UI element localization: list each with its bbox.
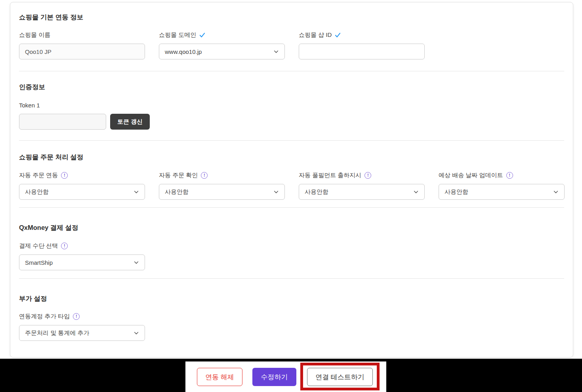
info-icon[interactable] <box>73 313 80 320</box>
section-extra-settings: 부가 설정 연동계정 추가 타입 주문처리 및 통계에 추가 <box>19 279 564 353</box>
field-auto-fulfillment: 자동 풀필먼트 출하지시 사용안함 <box>299 171 425 200</box>
auto-fulfillment-label: 자동 풀필먼트 출하지시 <box>299 172 361 179</box>
delivery-date-update-select[interactable]: 사용안함 <box>439 184 565 200</box>
chevron-down-icon <box>273 189 279 195</box>
info-icon[interactable] <box>364 172 371 179</box>
section-title-order: 쇼핑몰 주문 처리 설정 <box>19 153 564 162</box>
shop-name-label: 쇼핑몰 이름 <box>19 31 50 39</box>
field-auto-order-sync: 자동 주문 연동 사용안함 <box>19 171 145 200</box>
chevron-down-icon <box>134 260 139 265</box>
chevron-down-icon <box>134 189 139 195</box>
account-add-type-value: 주문처리 및 통계에 추가 <box>25 329 90 337</box>
section-auth-info: 인증정보 Token 1 토큰 갱신 <box>19 71 564 141</box>
info-icon[interactable] <box>61 172 68 179</box>
field-account-add-type: 연동계정 추가 타입 주문처리 및 통계에 추가 <box>19 312 564 341</box>
section-title-auth: 인증정보 <box>19 83 564 92</box>
section-title-basic-info: 쇼핑몰 기본 연동 정보 <box>19 13 564 22</box>
verified-check-icon <box>335 33 341 38</box>
footer-action-bar: 연동 해제 수정하기 연결 테스트하기 <box>0 359 582 392</box>
delivery-date-update-label: 예상 배송 날짜 업데이트 <box>439 172 503 179</box>
token-input[interactable] <box>19 114 106 130</box>
info-icon[interactable] <box>506 172 513 179</box>
shop-id-label: 쇼핑몰 샵 ID <box>299 31 332 39</box>
section-title-extra: 부가 설정 <box>19 294 564 303</box>
auto-order-confirm-select[interactable]: 사용안함 <box>159 184 285 200</box>
field-payment-method: 결제 수단 선택 SmartShip <box>19 242 564 270</box>
field-delivery-date-update: 예상 배송 날짜 업데이트 사용안함 <box>439 171 565 200</box>
token-label: Token 1 <box>19 102 40 109</box>
auto-order-confirm-label: 자동 주문 확인 <box>159 172 198 179</box>
payment-method-select[interactable]: SmartShip <box>19 254 145 270</box>
section-payment-settings: QxMoney 결제 설정 결제 수단 선택 SmartShip <box>19 208 564 279</box>
auto-order-sync-label: 자동 주문 연동 <box>19 172 58 179</box>
field-shop-id: 쇼핑몰 샵 ID <box>299 31 425 59</box>
shop-id-input[interactable] <box>299 44 425 59</box>
auto-order-sync-value: 사용안함 <box>25 188 49 196</box>
chevron-down-icon <box>553 189 559 195</box>
auto-order-confirm-value: 사용안함 <box>165 188 189 196</box>
auto-fulfillment-value: 사용안함 <box>305 188 328 196</box>
auto-order-sync-select[interactable]: 사용안함 <box>19 184 145 200</box>
save-button[interactable]: 수정하기 <box>252 368 296 386</box>
connection-test-button[interactable]: 연결 테스트하기 <box>307 368 373 386</box>
payment-method-value: SmartShip <box>25 259 53 266</box>
account-add-type-select[interactable]: 주문처리 및 통계에 추가 <box>19 325 145 341</box>
auto-fulfillment-select[interactable]: 사용안함 <box>299 184 425 200</box>
field-shop-domain: 쇼핑몰 도메인 www.qoo10.jp <box>159 31 285 59</box>
account-add-type-label: 연동계정 추가 타입 <box>19 313 70 320</box>
chevron-down-icon <box>413 189 419 195</box>
info-icon[interactable] <box>61 243 68 249</box>
delivery-date-update-value: 사용안함 <box>445 188 468 196</box>
token-refresh-button[interactable]: 토큰 갱신 <box>110 114 150 130</box>
field-shop-name: 쇼핑몰 이름 <box>19 31 145 59</box>
section-title-payment: QxMoney 결제 설정 <box>19 224 564 232</box>
chevron-down-icon <box>273 49 279 54</box>
shop-domain-label: 쇼핑몰 도메인 <box>159 31 196 39</box>
info-icon[interactable] <box>201 172 208 179</box>
disconnect-button[interactable]: 연동 해제 <box>197 368 242 386</box>
shop-domain-selected-value: www.qoo10.jp <box>165 48 202 55</box>
shop-domain-select[interactable]: www.qoo10.jp <box>159 44 285 59</box>
section-order-settings: 쇼핑몰 주문 처리 설정 자동 주문 연동 사용안함 자동 주문 확인 <box>19 141 564 208</box>
payment-method-label: 결제 수단 선택 <box>19 242 58 250</box>
shop-settings-card: 쇼핑몰 기본 연동 정보 쇼핑몰 이름 쇼핑몰 도메인 www.qoo10.jp <box>10 2 573 358</box>
section-basic-info: 쇼핑몰 기본 연동 정보 쇼핑몰 이름 쇼핑몰 도메인 www.qoo10.jp <box>19 2 564 71</box>
chevron-down-icon <box>134 330 139 336</box>
verified-check-icon <box>199 33 205 38</box>
field-auto-order-confirm: 자동 주문 확인 사용안함 <box>159 171 285 200</box>
shop-name-input[interactable] <box>19 44 145 59</box>
